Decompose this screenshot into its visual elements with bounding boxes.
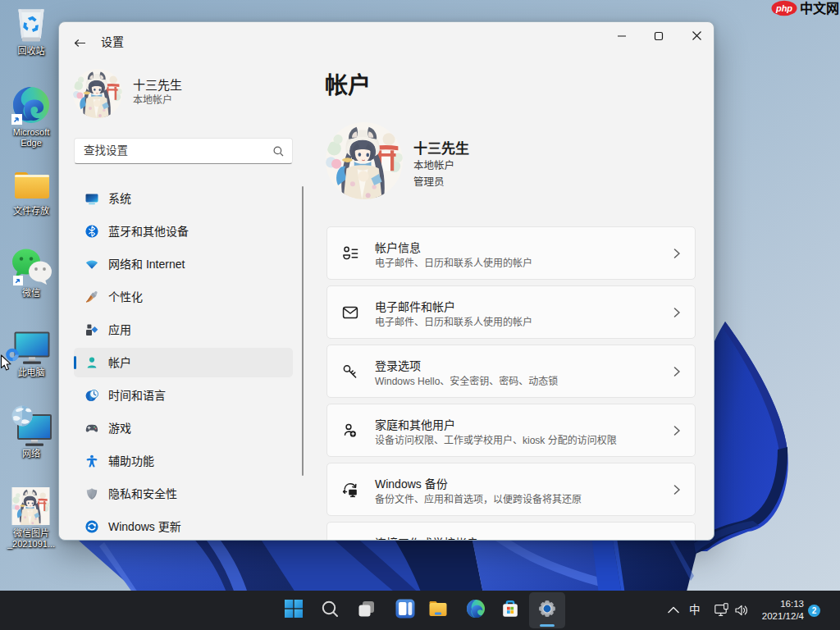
svg-text:php: php <box>775 3 792 13</box>
svg-text:中文网: 中文网 <box>800 1 839 16</box>
